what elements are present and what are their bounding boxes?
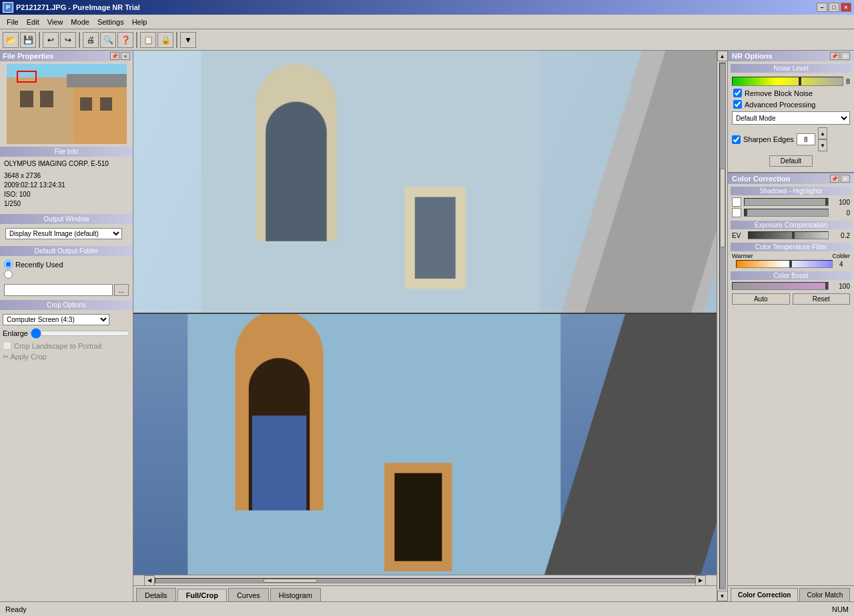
left-panel-close[interactable]: × xyxy=(121,52,130,60)
sharpen-edges-value[interactable] xyxy=(797,133,815,145)
reset-button[interactable]: Reset xyxy=(793,293,851,305)
mode-row: Default Mode Landscape Portrait Low Nois… xyxy=(728,110,854,126)
sharpen-up-button[interactable]: ▲ xyxy=(818,127,827,139)
custom-path-radio[interactable] xyxy=(4,270,13,279)
warmer-label: Warmer xyxy=(732,253,753,259)
crop-preset-select[interactable]: Computer Screen (4:3) Custom Original Ra… xyxy=(3,314,109,325)
toolbar-sep-2 xyxy=(79,32,80,48)
menu-view[interactable]: View xyxy=(43,17,67,27)
scroll-right-arrow[interactable]: ▶ xyxy=(695,575,706,586)
toolbar-open[interactable]: 📂 xyxy=(3,32,19,48)
highlights-value: 0 xyxy=(831,209,850,217)
tab-details[interactable]: Details xyxy=(136,588,176,601)
toolbar-print[interactable]: 🖨 xyxy=(83,32,99,48)
main-layout: File Properties 📌 × File Info OLYMPUS IM… xyxy=(0,51,854,601)
sharpen-edges-label: Sharpen Edges xyxy=(743,135,794,143)
boost-slider-row: 100 xyxy=(728,281,854,291)
h-scrollbar-thumb[interactable] xyxy=(264,579,318,583)
temp-slider-thumb[interactable] xyxy=(789,261,792,267)
sharpen-down-button[interactable]: ▼ xyxy=(818,139,827,151)
toolbar: 📂 💾 ↩ ↪ 🖨 🔍 ❓ 📋 🔒 ▼ xyxy=(0,29,854,51)
tab-fullcrop[interactable]: Full/Crop xyxy=(177,589,227,601)
menu-settings[interactable]: Settings xyxy=(93,17,128,27)
toolbar-undo[interactable]: ↩ xyxy=(43,32,59,48)
cc-close-button[interactable]: × xyxy=(841,175,850,183)
nr-options-title: NR Options 📌 × xyxy=(728,51,854,61)
canvas-main: ◀ ▶ Details Full/Crop Curves Histogram xyxy=(133,51,717,601)
boost-slider-track[interactable] xyxy=(732,282,829,290)
recently-used-radio[interactable] xyxy=(4,260,13,269)
noise-slider-track[interactable] xyxy=(732,77,843,86)
scroll-down-arrow[interactable]: ▼ xyxy=(717,591,728,601)
maximize-button[interactable]: □ xyxy=(829,3,839,12)
toolbar-sep-3 xyxy=(136,32,137,48)
minimize-button[interactable]: – xyxy=(817,3,827,12)
toolbar-extra[interactable]: ▼ xyxy=(180,32,196,48)
image-bottom xyxy=(133,314,717,575)
highlights-slider-track[interactable] xyxy=(744,209,829,217)
toolbar-zoom[interactable]: 🔍 xyxy=(100,32,116,48)
radio-group: Recently Used xyxy=(0,256,133,283)
image-bottom-canvas xyxy=(133,314,717,575)
noise-level-value: 8 xyxy=(846,77,850,85)
toolbar-help[interactable]: ❓ xyxy=(117,32,133,48)
menu-mode[interactable]: Mode xyxy=(67,17,93,27)
boost-slider-thumb[interactable] xyxy=(825,283,828,289)
btab-color-match[interactable]: Color Match xyxy=(799,588,850,601)
crop-landscape-label: Crop Landscape to Portrait xyxy=(14,342,101,350)
output-window-select[interactable]: Display Result Image (default) Display i… xyxy=(5,228,122,239)
btab-color-correction[interactable]: Color Correction xyxy=(731,588,798,601)
toolbar-lock[interactable]: 🔒 xyxy=(157,32,173,48)
auto-reset-row: Auto Reset xyxy=(728,291,854,307)
left-panel-pin[interactable]: 📌 xyxy=(110,52,119,60)
bottom-tabs: Color Correction Color Match xyxy=(728,585,854,601)
shadows-slider-track[interactable] xyxy=(744,198,829,206)
browse-button[interactable]: ... xyxy=(114,284,129,296)
menu-edit[interactable]: Edit xyxy=(23,17,43,27)
shadows-value: 100 xyxy=(831,199,850,206)
nr-pin-button[interactable]: 📌 xyxy=(830,52,839,60)
toolbar-save[interactable]: 💾 xyxy=(20,32,36,48)
enlarge-slider[interactable] xyxy=(31,328,130,339)
center-area: ◀ ▶ Details Full/Crop Curves Histogram ▲ xyxy=(133,51,727,601)
ev-slider-track[interactable] xyxy=(748,231,829,239)
highlights-slider-row: 0 xyxy=(728,207,854,218)
remove-block-noise-row: Remove Block Noise xyxy=(728,87,854,99)
noise-slider-thumb[interactable] xyxy=(799,77,801,85)
v-scrollbar-thumb[interactable] xyxy=(720,169,725,247)
sharpen-edges-checkbox[interactable] xyxy=(732,135,741,144)
enlarge-row: Enlarge xyxy=(3,327,130,340)
toolbar-sep-1 xyxy=(39,32,40,48)
menu-help[interactable]: Help xyxy=(128,17,151,27)
toolbar-redo[interactable]: ↪ xyxy=(60,32,76,48)
h-scrollbar-track[interactable] xyxy=(155,578,695,583)
status-bar: Ready NUM xyxy=(0,601,854,616)
highlights-slider-thumb[interactable] xyxy=(745,209,747,216)
tab-histogram[interactable]: Histogram xyxy=(270,588,321,601)
temp-slider-track[interactable] xyxy=(736,260,833,268)
cc-pin-button[interactable]: 📌 xyxy=(830,175,839,183)
status-left: Ready xyxy=(5,605,27,613)
tab-curves[interactable]: Curves xyxy=(228,588,269,601)
file-info-text: OLYMPUS IMAGING CORP. E-510 3648 x 2736 … xyxy=(0,157,133,211)
window-title: P2121271.JPG - PureImage NR Trial xyxy=(16,3,140,11)
scroll-up-arrow[interactable]: ▲ xyxy=(717,51,728,61)
nr-default-button[interactable]: Default xyxy=(769,155,813,167)
nr-close-button[interactable]: × xyxy=(841,52,850,60)
auto-button[interactable]: Auto xyxy=(732,293,790,305)
crop-section: Computer Screen (4:3) Custom Original Ra… xyxy=(0,310,133,365)
advanced-processing-checkbox[interactable] xyxy=(733,100,742,109)
shadows-slider-thumb[interactable] xyxy=(825,199,828,205)
path-input[interactable] xyxy=(4,284,113,296)
close-button[interactable]: × xyxy=(841,3,851,12)
toolbar-copy[interactable]: 📋 xyxy=(140,32,156,48)
scroll-left-arrow[interactable]: ◀ xyxy=(144,575,155,586)
highlights-icon xyxy=(732,208,741,217)
remove-block-noise-checkbox[interactable] xyxy=(733,89,742,97)
crop-landscape-option: Crop Landscape to Portrait xyxy=(3,340,130,351)
mode-select[interactable]: Default Mode Landscape Portrait Low Nois… xyxy=(732,111,850,125)
menu-file[interactable]: File xyxy=(3,17,23,27)
v-scrollbar-track[interactable] xyxy=(719,63,726,589)
ev-slider-thumb[interactable] xyxy=(792,232,795,239)
crop-landscape-checkbox[interactable] xyxy=(3,341,11,350)
